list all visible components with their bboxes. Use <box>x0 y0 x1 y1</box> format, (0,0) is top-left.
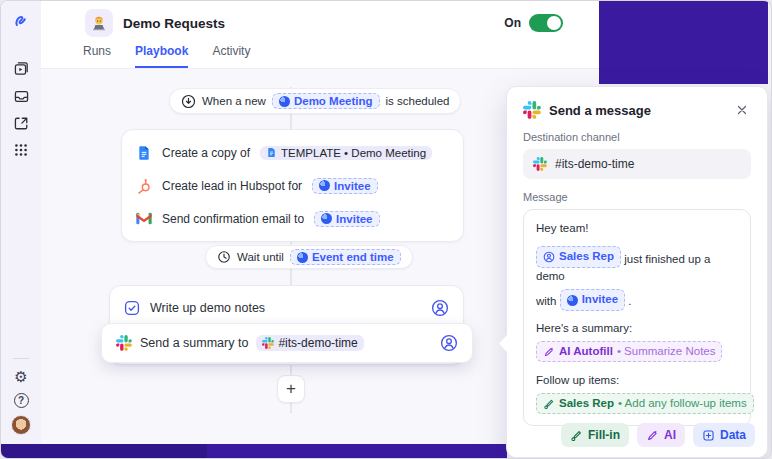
screens-play-icon[interactable] <box>12 59 30 77</box>
tab-activity[interactable]: Activity <box>212 44 250 68</box>
step-send-email[interactable]: Send confirmation email to Invitee <box>122 202 463 235</box>
fillin-token-sales-rep[interactable]: Sales Rep • Add any follow-up items <box>536 393 754 414</box>
app-root: ⚙ ? Demo Requests Runs Playbook <box>0 0 772 459</box>
token-desc: • Add any follow-up items <box>618 395 747 412</box>
gmail-icon <box>136 212 152 225</box>
sidebar-divider <box>13 358 29 359</box>
destination-channel-input[interactable]: #its-demo-time <box>523 149 751 179</box>
panel-header: Send a message <box>523 101 751 119</box>
inbox-icon[interactable] <box>12 87 30 105</box>
token-label: Invitee <box>336 213 372 225</box>
task-checkbox-icon <box>124 300 140 316</box>
message-text: . <box>628 296 631 308</box>
step-text: Create a copy of <box>162 146 250 160</box>
playbook-enabled-toggle[interactable] <box>529 14 563 32</box>
variable-token-invitee[interactable]: Invitee <box>560 289 625 310</box>
data-plus-icon <box>702 429 715 442</box>
step-text: Create lead in Hubspot for <box>162 179 302 193</box>
variable-token-invitee[interactable]: Invitee <box>312 178 377 194</box>
data-button[interactable]: Data <box>693 423 755 447</box>
help-icon[interactable]: ? <box>12 391 30 409</box>
enabled-toggle-group: On <box>504 14 563 32</box>
message-text: with <box>536 296 556 308</box>
share-window-icon[interactable] <box>12 114 30 132</box>
trigger-text-post: is scheduled <box>386 95 450 107</box>
slack-icon <box>523 101 541 119</box>
wait-step[interactable]: Wait until Event end time <box>205 245 413 269</box>
token-desc: • Summarize Notes <box>617 343 716 360</box>
token-label: Invitee <box>334 180 370 192</box>
destination-channel-label: Destination channel <box>523 131 751 143</box>
token-label: Event end time <box>312 251 394 263</box>
variable-circle-icon <box>319 180 330 191</box>
assignee-icon[interactable] <box>431 299 449 317</box>
page-background-top-right <box>599 1 768 84</box>
fill-in-button[interactable]: Fill-in <box>561 423 629 447</box>
variable-circle-icon <box>279 96 290 107</box>
step-create-copy[interactable]: Create a copy of TEMPLATE • Demo Meeting <box>122 136 463 169</box>
destination-channel-value: #its-demo-time <box>555 157 634 171</box>
document-token[interactable]: TEMPLATE • Demo Meeting <box>260 146 432 160</box>
hubspot-icon <box>136 178 152 194</box>
variable-token-event-end-time[interactable]: Event end time <box>290 249 401 265</box>
variable-circle-icon <box>567 295 578 306</box>
page-background-bottom <box>1 444 507 458</box>
step-create-lead[interactable]: Create lead in Hubspot for Invitee <box>122 169 463 202</box>
trigger-text-pre: When a new <box>202 95 266 107</box>
step-text: Write up demo notes <box>150 301 265 315</box>
playbook-header: Demo Requests Runs Playbook Activity On <box>41 1 599 69</box>
slack-icon <box>533 157 547 171</box>
tab-runs[interactable]: Runs <box>83 44 111 68</box>
toggle-knob <box>547 16 561 30</box>
token-label: AI Autofill <box>559 343 613 360</box>
apps-grid-icon[interactable] <box>12 141 30 159</box>
ai-button[interactable]: AI <box>637 423 685 447</box>
trigger-icon <box>181 94 196 109</box>
clock-icon <box>217 250 231 264</box>
variable-token-demo-meeting[interactable]: Demo Meeting <box>272 93 380 109</box>
ai-pen-icon <box>646 429 659 442</box>
ai-autofill-token[interactable]: AI Autofill • Summarize Notes <box>536 341 722 362</box>
playbook-emoji-icon <box>85 9 113 37</box>
sidebar: ⚙ ? <box>1 1 41 444</box>
variable-circle-icon <box>297 252 308 263</box>
token-label: #its-demo-time <box>278 336 357 350</box>
variable-token-sales-rep[interactable]: Sales Rep <box>536 246 621 267</box>
message-text: Hey team! <box>536 222 588 234</box>
editor-toolbar: Fill-in AI Data <box>561 423 755 447</box>
step-text: Send confirmation email to <box>162 212 304 226</box>
settings-gear-icon[interactable]: ⚙ <box>12 367 30 385</box>
token-label: Sales Rep <box>559 395 614 412</box>
button-label: Data <box>720 428 746 442</box>
trigger-step[interactable]: When a new Demo Meeting is scheduled <box>169 88 461 114</box>
channel-token[interactable]: #its-demo-time <box>256 335 363 351</box>
wait-text: Wait until <box>237 251 284 263</box>
page-title: Demo Requests <box>123 16 225 31</box>
token-label: Demo Meeting <box>294 95 373 107</box>
step-send-summary-selected[interactable]: Send a summary to #its-demo-time <box>101 323 473 363</box>
token-label: TEMPLATE • Demo Meeting <box>281 147 426 159</box>
google-docs-icon <box>266 147 277 158</box>
step-write-notes[interactable]: Write up demo notes <box>110 292 463 324</box>
step-detail-panel: Send a message Destination channel #its-… <box>506 86 768 458</box>
add-step-button[interactable]: + <box>277 375 305 403</box>
variable-token-invitee[interactable]: Invitee <box>314 211 379 227</box>
close-icon[interactable] <box>733 101 751 119</box>
fillin-pen-icon <box>570 429 583 442</box>
steps-card: Create a copy of TEMPLATE • Demo Meeting <box>121 129 464 242</box>
button-label: Fill-in <box>588 428 620 442</box>
token-label: Sales Rep <box>559 248 614 265</box>
assignee-icon[interactable] <box>440 334 458 352</box>
message-text: Here's a summary: <box>536 322 632 334</box>
relay-logo-icon[interactable] <box>11 10 31 30</box>
slack-icon <box>116 335 132 351</box>
token-label: Invitee <box>582 291 618 308</box>
message-editor[interactable]: Hey team! Sales Rep just finished up a d… <box>523 209 751 426</box>
panel-title: Send a message <box>549 103 725 118</box>
variable-circle-icon <box>321 213 332 224</box>
message-label: Message <box>523 191 751 203</box>
tab-playbook[interactable]: Playbook <box>135 44 188 68</box>
user-avatar[interactable] <box>11 415 31 435</box>
person-icon <box>543 251 555 263</box>
button-label: AI <box>664 428 676 442</box>
